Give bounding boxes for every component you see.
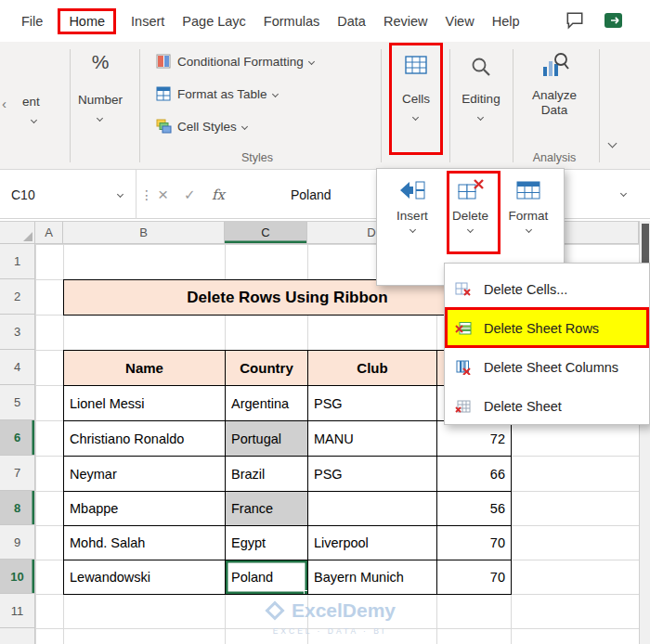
- cell-c10-active[interactable]: Poland: [225, 560, 308, 595]
- cell-d7[interactable]: PSG: [307, 456, 437, 492]
- collapsed-group-chevron: ‹: [2, 96, 6, 111]
- row-header-2[interactable]: 2: [0, 279, 35, 315]
- share-icon[interactable]: [604, 10, 626, 34]
- comment-icon[interactable]: [565, 10, 585, 34]
- name-box[interactable]: C10: [0, 170, 136, 219]
- menu-item-label: Delete Cells...: [484, 282, 567, 297]
- cell-e9[interactable]: 70: [436, 525, 512, 560]
- format-as-table-button[interactable]: Format as Table: [156, 86, 278, 101]
- tab-page-layout[interactable]: Page Layc: [179, 10, 249, 32]
- chevron-down-icon: [477, 114, 484, 121]
- row-header-8[interactable]: 8: [0, 491, 35, 525]
- analysis-group-label: Analysis: [526, 151, 583, 164]
- percent-icon[interactable]: %: [87, 51, 113, 73]
- analyze-data-icon: [540, 51, 569, 84]
- alignment-group-partial-label[interactable]: ent: [22, 95, 40, 109]
- group-divider: [449, 49, 450, 162]
- row-header-7[interactable]: 7: [0, 456, 35, 491]
- tab-view[interactable]: View: [442, 10, 476, 32]
- format-as-table-icon: [156, 86, 172, 101]
- editing-group-button[interactable]: Editing: [456, 92, 506, 106]
- analyze-data-button[interactable]: Analyze Data: [526, 88, 583, 118]
- tab-help[interactable]: Help: [489, 10, 523, 32]
- cell-c7[interactable]: Brazil: [225, 456, 308, 492]
- chevron-down-icon: [241, 122, 248, 129]
- select-all-corner[interactable]: [0, 222, 35, 244]
- more-options-icon[interactable]: ⋮: [140, 170, 153, 219]
- menu-item-label: Delete Sheet Rows: [484, 321, 599, 336]
- cell-d10[interactable]: Bayern Munich: [307, 560, 437, 595]
- menu-item-delete-sheet-rows[interactable]: Delete Sheet Rows: [445, 309, 649, 348]
- excel-window: File Home Insert Page Layc Formulas Data…: [0, 0, 650, 644]
- column-header-c[interactable]: C: [225, 222, 307, 244]
- row-header-4[interactable]: 4: [0, 350, 35, 385]
- formula-input[interactable]: Poland: [291, 170, 332, 219]
- row-header-3[interactable]: 3: [0, 315, 35, 350]
- button-label: Format: [509, 209, 549, 223]
- row-header-10[interactable]: 10: [0, 560, 35, 594]
- row-header-partial[interactable]: [0, 628, 35, 644]
- cell-e10[interactable]: 70: [436, 560, 512, 595]
- watermark-brand: ExcelDemy: [292, 599, 396, 622]
- chevron-down-icon: [97, 115, 103, 122]
- cell-c9[interactable]: Egypt: [225, 525, 308, 560]
- cell-b6[interactable]: Christiano Ronaldo: [63, 420, 226, 457]
- collapse-ribbon-chevron-icon[interactable]: [608, 139, 618, 148]
- cancel-icon[interactable]: ×: [158, 170, 168, 219]
- group-divider: [139, 49, 140, 162]
- cell-b8[interactable]: Mbappe: [63, 491, 226, 526]
- group-divider: [513, 49, 514, 162]
- cell-b9[interactable]: Mohd. Salah: [63, 525, 226, 560]
- delete-cells-small-icon: [454, 282, 473, 297]
- name-box-value: C10: [11, 187, 35, 202]
- tab-home[interactable]: Home: [58, 8, 116, 34]
- row-header-9[interactable]: 9: [0, 525, 35, 560]
- tab-formulas[interactable]: Formulas: [261, 10, 322, 32]
- group-divider: [599, 49, 600, 162]
- tab-review[interactable]: Review: [381, 10, 431, 32]
- tab-insert[interactable]: Insert: [128, 10, 167, 32]
- cell-c5[interactable]: Argentina: [225, 385, 308, 421]
- styles-group-label: Styles: [211, 151, 304, 164]
- row-header-11[interactable]: 11: [0, 594, 35, 628]
- number-group-button[interactable]: Number: [74, 93, 126, 107]
- menu-insert-button[interactable]: Insert: [385, 178, 439, 285]
- delete-sheet-icon: [454, 399, 473, 414]
- row-header-1[interactable]: 1: [0, 244, 35, 279]
- insert-function-icon[interactable]: fx: [212, 170, 225, 219]
- cell-e8[interactable]: 56: [436, 491, 512, 526]
- menu-item-label: Delete Sheet: [484, 399, 562, 414]
- menu-item-delete-sheet[interactable]: Delete Sheet: [445, 387, 649, 426]
- cell-e7[interactable]: 66: [436, 456, 512, 492]
- cells-group-button[interactable]: Cells: [390, 92, 442, 106]
- cell-d6[interactable]: MANU: [307, 420, 437, 457]
- cell-d8[interactable]: [307, 491, 437, 526]
- editing-icon: [470, 56, 492, 82]
- cell-b10[interactable]: Lewandowski: [63, 560, 226, 595]
- row-header-6[interactable]: 6: [0, 420, 35, 456]
- ribbon-tab-bar: File Home Insert Page Layc Formulas Data…: [0, 0, 650, 42]
- expand-formula-bar-icon[interactable]: [620, 190, 627, 197]
- cell-b7[interactable]: Neymar: [63, 456, 226, 492]
- cell-styles-button[interactable]: Cell Styles: [156, 119, 247, 134]
- cell-d9[interactable]: Liverpool: [307, 525, 437, 560]
- table-header-name[interactable]: Name: [63, 350, 226, 386]
- cell-c6[interactable]: Portugal: [225, 420, 308, 457]
- menu-item-delete-cells[interactable]: Delete Cells...: [445, 270, 649, 309]
- row-header-5[interactable]: 5: [0, 385, 35, 420]
- conditional-formatting-button[interactable]: Conditional Formatting: [156, 54, 314, 69]
- ribbon: ‹ ent % Number Conditional Formatting Fo…: [0, 42, 650, 170]
- table-header-club[interactable]: Club: [307, 350, 437, 386]
- menu-item-delete-sheet-columns[interactable]: Delete Sheet Columns: [445, 348, 649, 387]
- conditional-formatting-icon: [156, 54, 172, 69]
- group-divider: [381, 49, 382, 162]
- column-header-a[interactable]: A: [35, 222, 63, 244]
- cell-b5[interactable]: Lionel Messi: [63, 385, 226, 421]
- cell-c8[interactable]: France: [225, 491, 308, 526]
- table-header-country[interactable]: Country: [225, 350, 308, 386]
- tab-data[interactable]: Data: [334, 10, 369, 32]
- tab-file[interactable]: File: [19, 10, 46, 32]
- enter-icon[interactable]: ✓: [184, 170, 196, 219]
- column-header-b[interactable]: B: [63, 222, 225, 244]
- cell-d5[interactable]: PSG: [307, 385, 437, 421]
